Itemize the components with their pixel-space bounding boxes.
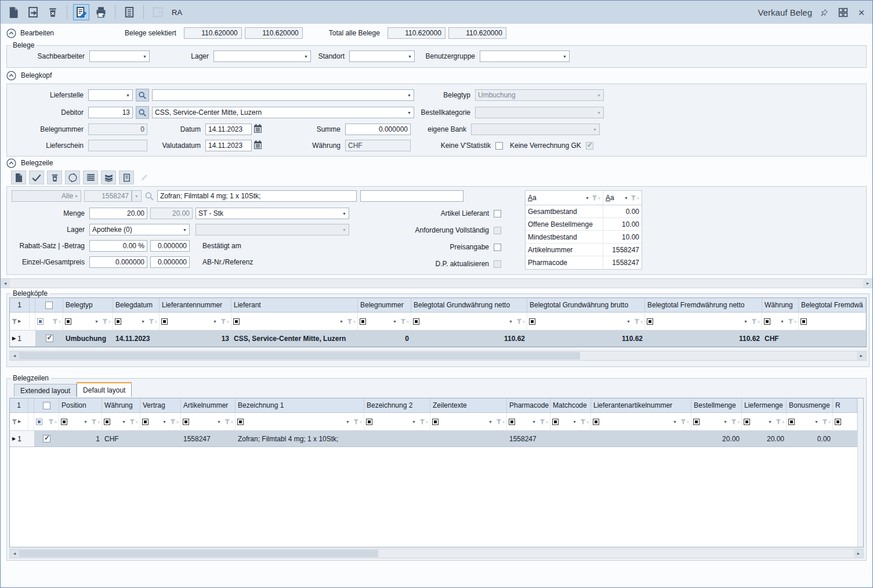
filter-type-icon[interactable] bbox=[744, 419, 750, 425]
filter-clear-icon[interactable]: x bbox=[400, 319, 409, 324]
filter-cell[interactable]: ▼x bbox=[113, 313, 160, 331]
filter-type-icon[interactable] bbox=[432, 419, 439, 425]
preisangabe-checkbox[interactable] bbox=[494, 244, 501, 251]
scrollbar-thumb[interactable] bbox=[19, 352, 580, 360]
filter-clear-icon[interactable]: x bbox=[580, 419, 589, 424]
column-header[interactable]: Matchcode bbox=[550, 398, 591, 413]
sort-icon[interactable]: Aa bbox=[528, 194, 537, 202]
collapse-bearbeiten-icon[interactable] bbox=[5, 27, 17, 39]
tab-extended-layout[interactable]: Extended layout bbox=[14, 384, 77, 397]
valutadatum-calendar-icon[interactable] bbox=[253, 140, 263, 151]
filter-dropdown-icon[interactable]: ▼ bbox=[412, 420, 416, 424]
filter-type-icon[interactable] bbox=[37, 318, 44, 325]
column-header[interactable]: Artikelnummer bbox=[181, 398, 236, 413]
filter-cell[interactable]: ▼x bbox=[591, 413, 691, 431]
filter-cell[interactable]: ▼x bbox=[645, 313, 762, 331]
menge-input[interactable]: 20.00 bbox=[89, 208, 147, 219]
column-header[interactable]: Währung bbox=[102, 398, 140, 413]
filter-cell[interactable]: ▼x bbox=[833, 413, 857, 431]
column-header[interactable]: Zeilentexte bbox=[430, 398, 507, 413]
new-document-button[interactable] bbox=[5, 4, 21, 20]
column-header[interactable]: Pharmacode bbox=[507, 398, 550, 413]
filter-clear-icon[interactable]: x bbox=[48, 419, 57, 424]
filter-cell[interactable]: ▼x bbox=[63, 313, 113, 331]
filter-dropdown-icon[interactable]: ▼ bbox=[141, 320, 145, 324]
filter-clear-icon[interactable]: x bbox=[224, 419, 233, 424]
filter-dropdown-icon[interactable]: ▼ bbox=[673, 420, 677, 424]
filter-cell[interactable]: ▼x bbox=[507, 413, 550, 431]
filter-cell[interactable]: ▼x bbox=[140, 413, 181, 431]
edit-document-button[interactable] bbox=[73, 4, 89, 20]
column-header[interactable]: Belegtotal Fremdwährung netto bbox=[645, 298, 762, 313]
column-header[interactable]: Belegtotal Grundwährung brutto bbox=[527, 298, 645, 313]
filter-cell[interactable]: ▼x bbox=[742, 413, 787, 431]
filter-clear-icon[interactable]: x bbox=[788, 319, 796, 324]
filter-clear-icon[interactable]: x bbox=[592, 195, 600, 201]
filter-dropdown-icon[interactable]: ▼ bbox=[744, 320, 748, 324]
filter-cell[interactable]: ▼x bbox=[160, 313, 231, 331]
confirm-line-button[interactable] bbox=[29, 170, 44, 184]
filter-cell[interactable]: ▼x bbox=[364, 413, 430, 431]
filter-clear-icon[interactable]: x bbox=[102, 319, 111, 324]
filter-dropdown-icon[interactable]: ▼ bbox=[573, 420, 577, 424]
filter-clear-icon[interactable]: x bbox=[631, 195, 639, 201]
datum-calendar-icon[interactable] bbox=[253, 124, 263, 135]
column-header[interactable]: Bezeichnung 2 bbox=[364, 398, 430, 413]
row-checkbox[interactable] bbox=[43, 435, 50, 442]
filter-cell[interactable]: ▼x bbox=[691, 413, 742, 431]
scroll-left-icon[interactable]: ◄ bbox=[1, 279, 10, 288]
filter-type-icon[interactable] bbox=[693, 419, 700, 425]
filter-clear-icon[interactable]: x bbox=[634, 319, 643, 324]
filter-type-icon[interactable] bbox=[237, 419, 244, 425]
layout-tiles-icon[interactable] bbox=[836, 6, 849, 19]
filter-type-icon[interactable] bbox=[552, 419, 559, 425]
filter-clear-icon[interactable]: x bbox=[91, 419, 100, 424]
filter-dropdown-icon[interactable]: ▼ bbox=[346, 420, 350, 424]
print-button[interactable] bbox=[93, 4, 109, 20]
datum-input[interactable]: 14.11.2023 bbox=[205, 124, 252, 135]
filter-dropdown-icon[interactable]: ▼ bbox=[122, 420, 126, 424]
scroll-left-icon[interactable]: ◄ bbox=[10, 351, 19, 360]
column-header[interactable]: Lieferant bbox=[231, 298, 358, 313]
filter-dropdown-icon[interactable]: ▼ bbox=[814, 420, 818, 424]
column-header[interactable]: Währung bbox=[762, 298, 799, 313]
summe-input[interactable]: 0.000000 bbox=[345, 124, 411, 135]
filter-dropdown-icon[interactable]: ▼ bbox=[723, 420, 727, 424]
scroll-right-icon[interactable]: ► bbox=[863, 279, 872, 288]
artikel-zusatz-input[interactable] bbox=[360, 190, 463, 202]
rabatt-betrag-input[interactable]: 0.000000 bbox=[150, 240, 190, 252]
pin-icon[interactable] bbox=[818, 6, 831, 19]
column-header[interactable]: Belegnummer bbox=[358, 298, 411, 313]
filter-type-icon[interactable] bbox=[161, 318, 168, 325]
column-header[interactable]: Liefermenge bbox=[742, 398, 787, 413]
filter-type-icon[interactable] bbox=[509, 419, 515, 425]
filter-dropdown-icon[interactable]: ▼ bbox=[768, 420, 772, 424]
lager-select[interactable]: Apotheke (0)▼ bbox=[89, 224, 190, 235]
artikel-lieferant-checkbox[interactable] bbox=[494, 210, 501, 217]
filter-cell[interactable]: ▼x bbox=[550, 413, 591, 431]
column-header[interactable]: Bonusmenge bbox=[787, 398, 833, 413]
artikel-bezeichnung-input[interactable]: Zofran; Filmtabl 4 mg; 1 x 10Stk; bbox=[157, 190, 357, 202]
scroll-left-icon[interactable]: ◄ bbox=[10, 549, 19, 558]
catalog-button[interactable] bbox=[101, 170, 116, 184]
delete-document-button[interactable] bbox=[45, 4, 61, 20]
scroll-right-icon[interactable]: ► bbox=[857, 351, 866, 360]
column-header[interactable]: Belegdatum bbox=[113, 298, 160, 313]
einheit-select[interactable]: ST - Stk▼ bbox=[195, 208, 349, 219]
filter-dropdown-icon[interactable]: ▼ bbox=[393, 320, 397, 324]
main-horizontal-scrollbar[interactable]: ◄ ► bbox=[1, 278, 872, 288]
filter-dropdown-icon[interactable]: ▼ bbox=[532, 420, 536, 424]
filter-type-icon[interactable] bbox=[104, 419, 110, 425]
filter-cell[interactable]: ▼x bbox=[102, 413, 140, 431]
lieferstelle-search-icon[interactable] bbox=[136, 89, 149, 101]
filter-dropdown-icon[interactable]: ▼ bbox=[162, 420, 166, 424]
belegzeilen-vertical-scrollbar[interactable] bbox=[857, 398, 863, 547]
filter-clear-icon[interactable]: x bbox=[148, 319, 157, 324]
filter-dropdown-icon[interactable]: ▼ bbox=[509, 320, 513, 324]
filter-clear-icon[interactable]: x bbox=[516, 319, 525, 324]
lieferstelle-select[interactable]: ▼ bbox=[88, 89, 133, 101]
tab-default-layout[interactable]: Default layout bbox=[77, 382, 132, 397]
column-header[interactable]: Lieferantenartikelnummer bbox=[591, 398, 691, 413]
column-dropdown-icon[interactable]: ▼ bbox=[624, 196, 628, 200]
filter-cell[interactable]: ▼x bbox=[430, 413, 507, 431]
